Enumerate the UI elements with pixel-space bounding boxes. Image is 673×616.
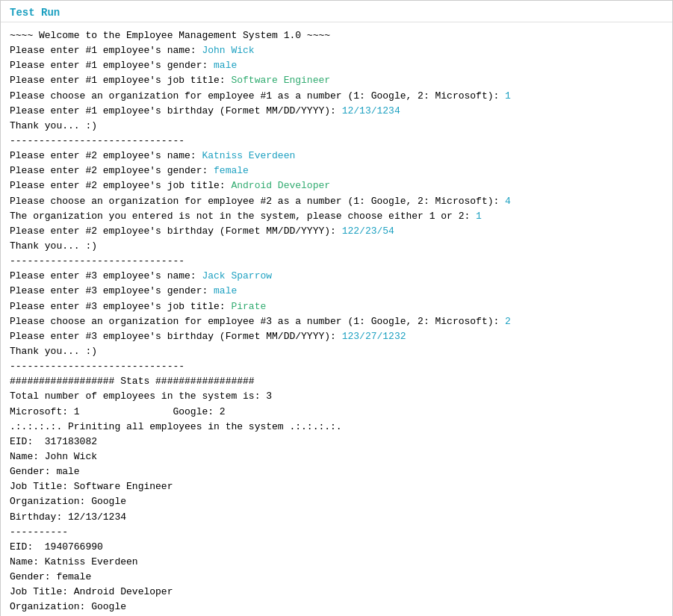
line-prefix: Please enter #1 employee's job title: xyxy=(10,75,231,86)
line-prefix: Please enter #2 employee's name: xyxy=(10,150,202,161)
output-line: Thank you... :) xyxy=(10,119,663,134)
line-value: male xyxy=(214,60,237,71)
line-prefix: Please enter #3 employee's name: xyxy=(10,270,202,281)
output-line: Please enter #1 employee's birthday (For… xyxy=(10,104,663,119)
line-value: female xyxy=(214,165,249,176)
output-line: ~~~~ Welcome to the Employee Management … xyxy=(10,28,663,43)
line-prefix: Please choose an organization for employ… xyxy=(10,90,505,102)
output-line: Please choose an organization for employ… xyxy=(10,314,663,329)
output-line: .:.:.:.:. Priniting all employees in the… xyxy=(10,420,663,435)
output-line: Please enter #1 employee's name: John Wi… xyxy=(10,43,663,58)
output-line: Please enter #1 employee's job title: So… xyxy=(10,73,663,88)
output-line: Birthday: 12/13/1234 xyxy=(10,510,663,525)
line-value: 2 xyxy=(505,316,511,327)
output-line: ------------------------------ xyxy=(10,359,663,374)
output-line: Total number of employees in the system … xyxy=(10,389,663,404)
line-value: 4 xyxy=(505,196,511,207)
line-value: John Wick xyxy=(202,45,254,56)
line-prefix: Please enter #2 employee's birthday (For… xyxy=(10,225,342,237)
output-line: ---------- xyxy=(10,525,663,540)
line-prefix: Please enter #1 employee's gender: xyxy=(10,60,214,71)
line-value: Pirate xyxy=(231,301,266,312)
output-line: Job Title: Software Engineer xyxy=(10,479,663,494)
main-window: Test Run ~~~~ Welcome to the Employee Ma… xyxy=(0,0,673,616)
output-line: Microsoft: 1 Google: 2 xyxy=(10,405,663,420)
output-line: EID: 317183082 xyxy=(10,435,663,449)
line-prefix: Please enter #3 employee's birthday (For… xyxy=(10,331,342,342)
line-prefix: Please enter #3 employee's job title: xyxy=(10,301,231,312)
output-line: Please choose an organization for employ… xyxy=(10,194,663,209)
output-line: The organization you entered is not in t… xyxy=(10,209,663,224)
output-line: Name: John Wick xyxy=(10,449,663,464)
output-line: Gender: female xyxy=(10,570,663,585)
line-prefix: Please enter #1 employee's name: xyxy=(10,45,202,56)
line-prefix: The organization you entered is not in t… xyxy=(10,211,476,222)
output-area: ~~~~ Welcome to the Employee Management … xyxy=(1,22,672,616)
line-value: 1 xyxy=(476,211,482,222)
line-value: 122/23/54 xyxy=(342,225,394,237)
line-value: 123/27/1232 xyxy=(342,331,406,342)
output-line: Job Title: Android Developer xyxy=(10,585,663,600)
line-prefix: Please enter #3 employee's gender: xyxy=(10,285,214,296)
line-value: Android Developer xyxy=(231,180,330,191)
line-value: Jack Sparrow xyxy=(202,270,272,281)
line-prefix: Please choose an organization for employ… xyxy=(10,196,505,207)
line-prefix: Please enter #2 employee's job title: xyxy=(10,180,231,191)
output-line: EID: 1940766990 xyxy=(10,540,663,555)
output-line: Please enter #3 employee's gender: male xyxy=(10,284,663,299)
line-value: Katniss Everdeen xyxy=(202,150,295,161)
line-prefix: Please enter #1 employee's birthday (For… xyxy=(10,105,342,116)
output-line: Please choose an organization for employ… xyxy=(10,89,663,104)
line-prefix: Please enter #2 employee's gender: xyxy=(10,165,214,176)
output-line: ------------------------------ xyxy=(10,134,663,149)
title-bar: Test Run xyxy=(1,1,672,22)
output-line: Please enter #3 employee's birthday (For… xyxy=(10,329,663,344)
output-line: Please enter #1 employee's gender: male xyxy=(10,58,663,73)
output-line: Gender: male xyxy=(10,464,663,479)
output-line: Organization: Google xyxy=(10,600,663,615)
output-line: Organization: Google xyxy=(10,494,663,509)
output-line: Please enter #3 employee's job title: Pi… xyxy=(10,299,663,314)
line-prefix: Please choose an organization for employ… xyxy=(10,316,505,327)
output-line: Thank you... :) xyxy=(10,239,663,254)
output-line: ------------------------------ xyxy=(10,254,663,269)
line-value: Software Engineer xyxy=(231,75,330,86)
line-value: 12/13/1234 xyxy=(342,105,400,116)
output-line: Please enter #3 employee's name: Jack Sp… xyxy=(10,269,663,284)
output-line: Please enter #2 employee's gender: femal… xyxy=(10,164,663,178)
output-line: ################## Stats ###############… xyxy=(10,374,663,389)
output-line: Thank you... :) xyxy=(10,344,663,359)
output-line: Name: Katniss Everdeen xyxy=(10,555,663,570)
line-value: 1 xyxy=(505,90,511,102)
output-line: Please enter #2 employee's birthday (For… xyxy=(10,224,663,239)
window-title: Test Run xyxy=(10,7,60,19)
output-line: Please enter #2 employee's job title: An… xyxy=(10,178,663,193)
line-value: male xyxy=(214,285,237,296)
output-line: Please enter #2 employee's name: Katniss… xyxy=(10,149,663,164)
